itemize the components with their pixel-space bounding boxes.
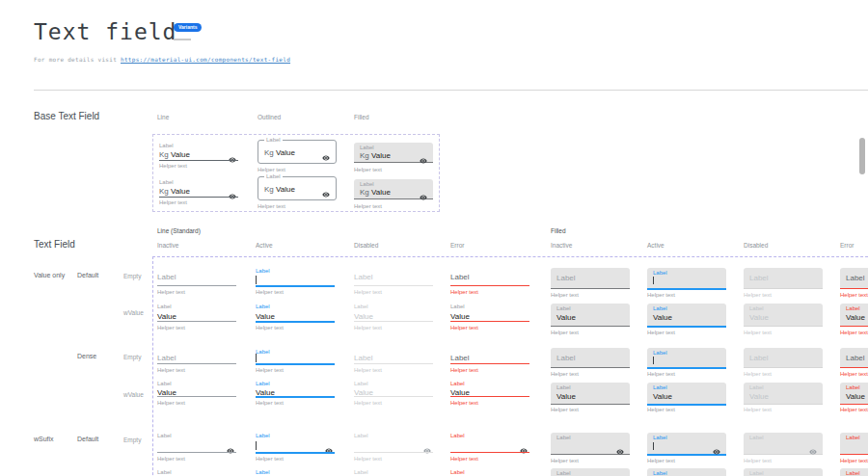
field-label: Label [354,304,368,310]
field-label: Label [256,381,270,387]
state-header: Error [450,242,464,249]
field-underline [157,452,236,453]
helper-text: Helper text [840,330,868,336]
filled-box: LabelValue [840,304,868,327]
field-underline [450,452,529,453]
field-underline [157,285,236,286]
filled-box: LabelValue [551,468,630,476]
filled-box: Label [840,348,868,368]
field-value: Kg Value [360,188,391,197]
helper-text: Helper text [840,292,868,299]
text-caret [653,277,654,284]
helper-text: Helper text [744,458,772,464]
field-value: Kg Value [264,148,295,157]
filled-box: Label [840,268,868,289]
filled-box: Label [647,348,726,369]
helper-text: Helper text [256,289,284,296]
helper-text: Helper text [354,289,382,296]
legend-label: Value only [34,272,65,278]
filled-box: Label [551,348,630,368]
subtitle: For more details visit https://material-… [34,56,290,63]
filled-box: Label [840,433,868,455]
helper-text: Helper text [450,400,478,407]
helper-text: Helper text [258,203,285,210]
visibility-icon [325,441,333,449]
helper-text: Helper text [256,400,284,407]
field-label: Label [846,384,860,391]
helper-text: Helper text [744,292,772,299]
helper-text: Helper text [840,371,868,378]
helper-text: Helper text [551,458,579,464]
field-underline [354,363,433,364]
filled-box: LabelValue [840,468,868,476]
legend-label: Empty [123,273,141,279]
field-label: Label [450,433,465,439]
field-label: Label [556,384,571,391]
field-label: Label [749,435,764,441]
field-underline [256,285,335,287]
state-header: Active [256,242,273,249]
field-label: Label [360,145,374,151]
helper-text: Helper text [157,400,185,407]
filled-box: Label [551,433,630,455]
field-label: Label [653,305,667,312]
field-underline [157,363,236,364]
helper-text: Helper text [450,456,478,463]
field-underline [256,452,335,454]
filled-box: LabelValue [840,383,868,405]
matrix-section-title: Text Field [34,239,75,250]
visibility-icon [227,441,234,449]
field-label: Label [256,469,270,476]
field-underline [450,321,529,322]
helper-text: Helper text [744,407,772,413]
page-title: Text field [34,19,176,44]
field-underline [159,160,238,161]
field-label: Label [157,304,172,310]
filled-box: Label [647,268,726,290]
filled-box: Label [647,433,726,456]
base-column-header: Line [157,114,169,120]
legend-label: Default [77,436,98,442]
header-divider [34,90,868,91]
field-underline [256,363,335,365]
field-underline [354,396,433,397]
field-label: Label [846,470,860,476]
state-header: Disabled [744,242,768,249]
helper-text: Helper text [551,371,579,378]
field-label: Label [159,143,174,149]
group-header: Filled [551,227,566,234]
base-section-title: Base Text Field [34,111,99,121]
helper-text: Helper text [647,458,675,464]
helper-text: Helper text [157,325,185,331]
field-underline [354,321,433,322]
field-label: Label [653,350,667,357]
helper-text: Helper text [354,325,382,331]
legend-label: Default [77,272,98,278]
helper-text: Helper text [157,289,185,296]
visibility-icon [322,148,330,156]
field-placeholder: Label [450,354,470,362]
visibility-icon [616,442,624,450]
field-label: Label [749,384,764,391]
field-value: Kg Value [159,187,190,196]
doc-link[interactable]: https://material-ui.com/components/text-… [121,56,290,63]
scrollbar-thumb[interactable] [859,138,865,174]
visibility-icon [322,185,330,193]
helper-text: Helper text [551,407,579,413]
legend-label: Dense [77,353,96,359]
filled-box: LabelValue [551,383,630,405]
helper-text: Helper text [258,167,285,173]
field-value: Value [354,312,373,321]
field-value: Kg Value [264,185,295,194]
field-placeholder: Label [846,274,865,282]
field-label: Label [846,305,860,312]
helper-text: Helper text [159,163,187,170]
filled-box: LabelKg Value [354,179,433,199]
text-caret [256,441,257,450]
field-underline [256,396,335,398]
filled-box: Label [551,268,630,289]
state-header: Inactive [551,242,572,249]
helper-text: Helper text [354,167,382,173]
field-label: Label [450,469,465,476]
legend-label: wSufix [34,436,54,442]
